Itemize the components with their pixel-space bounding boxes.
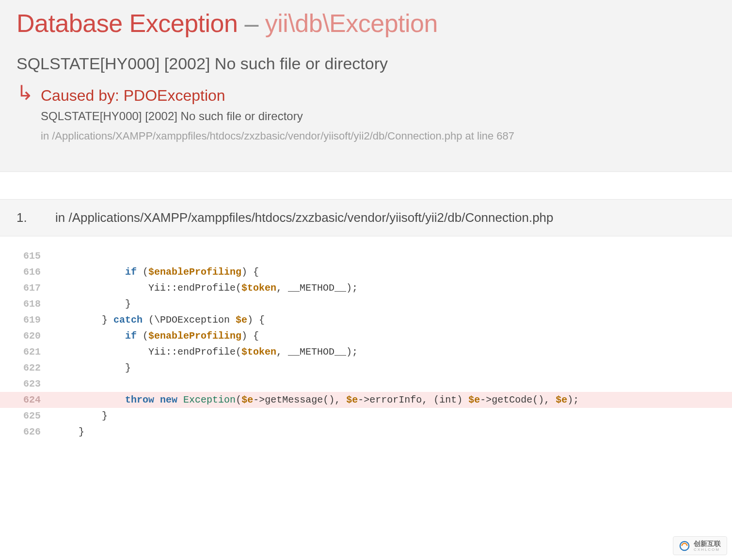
code-line: 618 } xyxy=(0,296,732,312)
line-content: } xyxy=(55,360,732,376)
line-content: } xyxy=(55,424,732,440)
exception-class-link[interactable]: yii\db\Exception xyxy=(265,9,438,37)
line-number: 620 xyxy=(0,328,55,344)
code-line: 620 if ($enableProfiling) { xyxy=(0,328,732,344)
line-number: 621 xyxy=(0,344,55,360)
trace-index: 1. xyxy=(16,210,55,225)
exception-name: Database Exception xyxy=(16,9,238,37)
line-number: 626 xyxy=(0,424,55,440)
line-number: 624 xyxy=(0,392,55,408)
line-content: } catch (\PDOException $e) { xyxy=(55,312,732,328)
caused-by-message: SQLSTATE[HY000] [2002] No such file or d… xyxy=(41,109,716,123)
code-line: 625 } xyxy=(0,408,732,424)
code-line: 617 Yii::endProfile($token, __METHOD__); xyxy=(0,280,732,296)
line-content: } xyxy=(55,408,732,424)
line-content xyxy=(55,248,732,264)
stack-trace: 1. in /Applications/XAMPP/xamppfiles/htd… xyxy=(0,199,732,445)
exception-header: Database Exception – yii\db\Exception SQ… xyxy=(0,0,732,172)
line-content xyxy=(55,376,732,392)
line-number: 623 xyxy=(0,376,55,392)
line-content: if ($enableProfiling) { xyxy=(55,328,732,344)
code-line: 624 throw new Exception($e->getMessage()… xyxy=(0,392,732,408)
caused-by-title: Caused by: PDOException xyxy=(41,87,716,105)
caused-by-location: in /Applications/XAMPP/xamppfiles/htdocs… xyxy=(41,130,716,142)
line-number: 625 xyxy=(0,408,55,424)
line-content: } xyxy=(55,296,732,312)
caused-by-arrow-icon: ↳ xyxy=(16,83,33,103)
code-line: 619 } catch (\PDOException $e) { xyxy=(0,312,732,328)
trace-file-path: in /Applications/XAMPP/xamppfiles/htdocs… xyxy=(55,210,554,225)
trace-item-header[interactable]: 1. in /Applications/XAMPP/xamppfiles/htd… xyxy=(0,199,732,236)
source-code-block: 615616 if ($enableProfiling) {617 Yii::e… xyxy=(0,236,732,445)
line-number: 619 xyxy=(0,312,55,328)
code-line: 623 xyxy=(0,376,732,392)
line-number: 622 xyxy=(0,360,55,376)
exception-message: SQLSTATE[HY000] [2002] No such file or d… xyxy=(16,54,716,73)
line-content: Yii::endProfile($token, __METHOD__); xyxy=(55,344,732,360)
line-content: if ($enableProfiling) { xyxy=(55,264,732,280)
code-line: 622 } xyxy=(0,360,732,376)
line-content: throw new Exception($e->getMessage(), $e… xyxy=(55,392,732,408)
line-number: 615 xyxy=(0,248,55,264)
code-line: 626 } xyxy=(0,424,732,440)
code-line: 615 xyxy=(0,248,732,264)
line-number: 617 xyxy=(0,280,55,296)
line-number: 616 xyxy=(0,264,55,280)
code-line: 616 if ($enableProfiling) { xyxy=(0,264,732,280)
caused-by-block: ↳ Caused by: PDOException SQLSTATE[HY000… xyxy=(16,87,716,142)
line-content: Yii::endProfile($token, __METHOD__); xyxy=(55,280,732,296)
code-line: 621 Yii::endProfile($token, __METHOD__); xyxy=(0,344,732,360)
title-dash: – xyxy=(244,9,258,37)
exception-title: Database Exception – yii\db\Exception xyxy=(16,9,716,38)
line-number: 618 xyxy=(0,296,55,312)
